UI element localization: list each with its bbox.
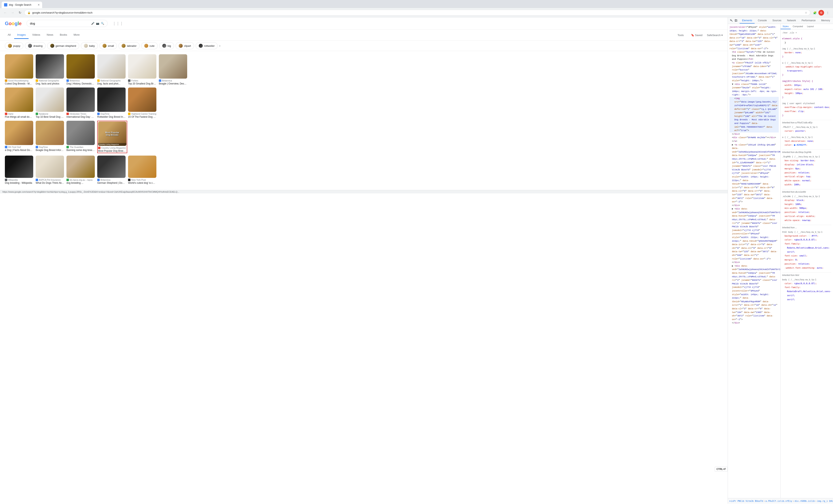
style-prop: box-sizing: border-box; — [782, 159, 831, 163]
list-item[interactable]: New York Post World's cutest dog' is com… — [128, 155, 157, 184]
devtools-tab-elements[interactable]: Elements — [740, 18, 755, 24]
logo-letter-g2: g — [15, 21, 18, 26]
filter-chip-clipart[interactable]: clipart — [176, 42, 194, 49]
url-input[interactable] — [32, 11, 803, 14]
list-item[interactable]: Britannica German Shepherd | Dog Breed .… — [97, 155, 126, 184]
nav-item-videos[interactable]: Videos — [29, 31, 43, 39]
list-item[interactable]: Good Housekeeping Cutest Dog Breeds - M.… — [5, 54, 33, 85]
devtools-tab-sources[interactable]: Sources — [770, 18, 784, 24]
devtools-device-icon[interactable] — [734, 19, 738, 23]
style-prop: min-width: 900px; — [782, 206, 831, 210]
tools-button[interactable]: Tools — [675, 32, 687, 38]
active-tab[interactable]: dog - Google Search ✕ — [2, 2, 42, 8]
style-rule-inherited-4: html body { /__/mss/boq-ew_b_tp:1 backgr… — [782, 230, 831, 270]
extensions-icon[interactable]: 🧩 — [812, 10, 817, 16]
image-source: New York Post — [131, 179, 146, 181]
source-icon — [98, 147, 100, 149]
devtools-tab-performance[interactable]: Performance — [799, 18, 818, 24]
forward-button[interactable]: → — [10, 10, 16, 16]
list-item[interactable]: Britannica Beagle | Overview, Descriptio… — [159, 54, 187, 85]
filter-chips-more[interactable]: › — [219, 44, 220, 48]
filter-chip-puppy[interactable]: puppy — [5, 42, 23, 49]
chip-icon-rottweiler — [199, 44, 203, 48]
filter-chip-drawing[interactable]: drawing — [25, 42, 46, 49]
list-item[interactable]: ASPCA Pet Insurance What Do Dogs Think A… — [35, 155, 64, 184]
devtools-tab-network[interactable]: Network — [785, 18, 799, 24]
list-item[interactable]: Nylabone Top 10 Best Small Dog Breeds | … — [35, 88, 64, 118]
list-item[interactable]: The Guardian Banning some dog breeds in … — [67, 121, 95, 153]
list-item[interactable]: DK Find Out! a Dog | Facts About Dogs | … — [5, 121, 33, 153]
filter-chip-labrador[interactable]: labrador — [119, 42, 140, 49]
devtools-tab-console[interactable]: Console — [755, 18, 769, 24]
filter-chip-german-shepherd[interactable]: german shepherd — [47, 42, 79, 49]
style-rule-source: img { /__/mss/boq-ew_b_tp:1 — [782, 47, 831, 51]
search-submit-icon[interactable]: 🔍 — [101, 22, 104, 25]
back-button[interactable]: ← — [2, 10, 8, 16]
nav-item-more[interactable]: More — [71, 31, 82, 39]
tab-close-button[interactable]: ✕ — [38, 3, 40, 6]
style-prop: -webkit-tap-highlight-color: — [782, 65, 831, 69]
image-meta: National Geographic — [97, 79, 126, 82]
breadcrumb-item-2[interactable]: a.FRuICf.islib.nfEiy — [765, 500, 792, 502]
search-input[interactable] — [30, 22, 90, 25]
image-source: DK Find Out! — [8, 146, 21, 148]
tab-favicon — [4, 3, 7, 6]
filter-chip-small[interactable]: small — [99, 42, 117, 49]
breadcrumb-item-3[interactable]: div.r600b.islib — [794, 500, 814, 502]
devtools-inspect-icon[interactable] — [730, 19, 734, 23]
nav-item-books[interactable]: Books — [57, 31, 70, 39]
list-item[interactable]: National Geographic Dog, facts and photo… — [35, 54, 64, 85]
image-title: Beagle Dog Breed Information ... — [35, 149, 64, 151]
list-item[interactable]: DogTime Rottweiler Dog Breed Informa... — [97, 88, 126, 118]
list-item[interactable]: Forbes Top 20 Smallest Dog Breeds – Forb… — [128, 54, 157, 85]
image-thumb — [128, 88, 157, 112]
logo-letter-g: G — [5, 21, 9, 26]
breadcrumb-item-4[interactable]: img.rg_i Q4LuWd — [817, 500, 833, 502]
style-rule-img: img { /__/mss/boq-ew_b_tp:1 border: none… — [782, 47, 831, 59]
list-item[interactable]: DogTime Beagle Dog Breed Information ... — [35, 121, 64, 153]
list-item[interactable]: Country Living Magazine Most PopularDog … — [97, 121, 127, 153]
nav-item-all[interactable]: All — [5, 31, 14, 39]
search-box: 🎤 📷 🔍 — [26, 20, 108, 27]
style-rule-source: img { user agent stylesheet — [782, 102, 831, 105]
settings-icon[interactable]: ⋮ — [825, 10, 831, 16]
image-search-icon[interactable]: 📷 — [96, 22, 99, 25]
list-item[interactable]: Britannica Dog | History, Domestication,… — [67, 54, 95, 85]
list-item[interactable]: Hindustan Times International Dog Day: D… — [67, 88, 95, 118]
style-val: auto 181 / 180 — [804, 88, 822, 91]
style-rule-user-agent: img { user agent stylesheet overflow-cli… — [782, 102, 831, 117]
filter-chip-baby[interactable]: baby — [81, 42, 98, 49]
list-item[interactable]: Wikipedia Dog breeding - Wikipedia — [5, 155, 33, 184]
nav-item-news[interactable]: News — [44, 31, 56, 39]
filter-chip-cute[interactable]: cute — [141, 42, 158, 49]
style-selector: element.style { — [782, 37, 831, 41]
devtools-tab-memory[interactable]: Memory — [819, 18, 832, 24]
voice-search-icon[interactable]: 🎤 — [91, 22, 94, 25]
inherited-section-2: Inherited from div.iSlmp.OcgH4b .OcgH4b … — [782, 149, 831, 187]
nav-item-images[interactable]: Images — [14, 31, 28, 39]
reload-button[interactable]: ↻ — [17, 10, 23, 16]
list-item[interactable]: Highland Canine Training 15 Of The Faste… — [128, 88, 157, 118]
styles-tab-layout[interactable]: Layout — [805, 24, 816, 29]
filter-chip-rottweiler[interactable]: rottweiler — [196, 42, 218, 49]
profile-icon[interactable]: G — [818, 10, 824, 16]
list-item[interactable]: National Geographic Dog, facts and phot.… — [97, 54, 126, 85]
styles-tab-styles[interactable]: Styles — [781, 24, 791, 29]
bookmark-icon[interactable]: ☆ — [805, 11, 807, 14]
list-item[interactable]: Hartz Five things all small dog owne... — [5, 88, 33, 118]
safe-search-button[interactable]: SafeSearch ▾ — [707, 33, 723, 37]
dom-line: <a class="FRuICf islib nfEIy" jsname="sT… — [730, 61, 779, 83]
filter-bar: puppy drawing german shepherd baby small… — [0, 41, 728, 51]
image-thumb — [35, 54, 64, 79]
filter-chip-big[interactable]: big — [159, 42, 174, 49]
image-title: Top 10 Best Small Dog Breeds | ... — [35, 116, 64, 118]
image-meta: Highland Canine Training — [128, 113, 157, 115]
breadcrumb-item-1[interactable]: ⊳isPr PNCib VitmJb BUooTd — [730, 500, 763, 502]
inherited-label: Inherited from a.FRuICf.islib.nfEiy — [782, 121, 831, 125]
saved-button[interactable]: 🔖 Saved — [688, 32, 705, 38]
image-thumb — [35, 155, 64, 178]
google-apps-icon[interactable]: ⋮⋮⋮ — [113, 21, 123, 26]
image-title: Cutest Dog Breeds - M... — [5, 82, 33, 85]
list-item[interactable]: kb.rspca.org.au - rspca dog breeding ... — [67, 155, 95, 184]
styles-tab-computed[interactable]: Computed — [791, 24, 805, 29]
